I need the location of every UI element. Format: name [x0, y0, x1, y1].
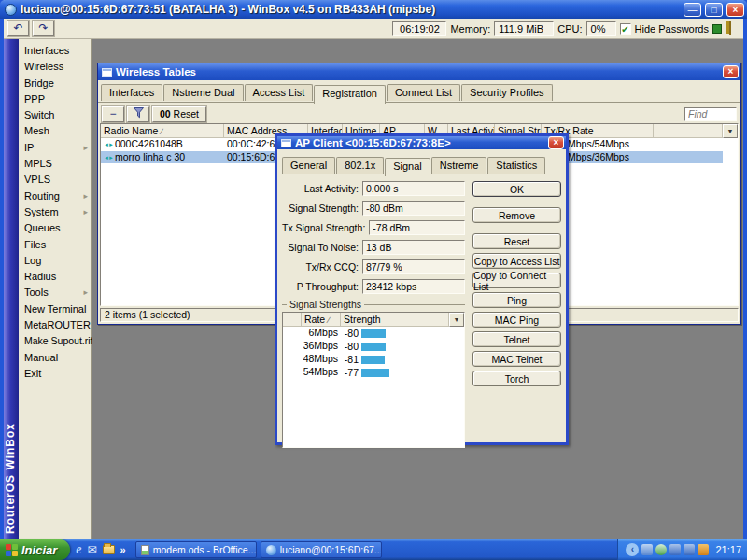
spreadsheet-icon	[141, 545, 149, 555]
window-icon	[102, 68, 112, 77]
sidebar-item-system[interactable]: System▸	[19, 204, 91, 220]
column-dropdown-icon[interactable]: ▼	[723, 124, 738, 138]
ok-button[interactable]: OK	[472, 181, 561, 197]
window-icon	[281, 139, 291, 147]
ap-client-dialog: AP Client <00:15:6D:67:73:8E> × General8…	[275, 133, 569, 445]
ss-col-strength[interactable]: Strength	[341, 313, 449, 327]
connection-status-icon	[712, 24, 722, 34]
cpu-value: 0%	[586, 21, 616, 36]
taskbar-clock: 21:17	[715, 544, 741, 555]
start-button-label: Iniciar	[21, 543, 57, 557]
windows-logo-icon	[6, 544, 18, 556]
ss-row[interactable]: 36Mbps-80	[283, 340, 464, 353]
find-input[interactable]	[684, 107, 737, 121]
mac-ping-button[interactable]: MAC Ping	[472, 312, 561, 328]
folder-icon[interactable]	[103, 545, 115, 554]
tab-security-profiles[interactable]: Security Profiles	[461, 84, 552, 101]
signal-fields: Last Activity:0.000 s Signal Strength:-8…	[282, 181, 465, 448]
sidebar-item-files[interactable]: Files	[19, 237, 91, 253]
minimize-button[interactable]: —	[684, 3, 701, 17]
submenu-arrow-icon: ▸	[83, 285, 88, 301]
secure-lock-icon	[726, 22, 738, 35]
wireless-tables-titlebar[interactable]: Wireless Tables ×	[98, 63, 740, 80]
ping-button[interactable]: Ping	[472, 292, 561, 308]
top-toolbar: ↶ ↷ 06:19:02 Memory: 111.9 MiB CPU: 0% ✔…	[4, 19, 743, 39]
ss-row[interactable]: 54Mbps-77	[283, 366, 464, 379]
sidebar-item-vpls[interactable]: VPLS	[19, 172, 91, 188]
memory-value: 111.9 MiB	[494, 21, 554, 36]
tab-interfaces[interactable]: Interfaces	[101, 84, 162, 101]
routeros-winbox-brand: RouterOS WinBox	[4, 423, 19, 534]
tab-signal[interactable]: Signal	[385, 158, 430, 176]
sidebar-item-wireless[interactable]: Wireless	[19, 59, 91, 75]
tray-collapse-icon[interactable]: ‹	[626, 543, 639, 556]
tray-security-icon[interactable]	[698, 544, 709, 555]
sidebar-item-tools[interactable]: Tools▸	[19, 285, 91, 301]
sidebar-item-routing[interactable]: Routing▸	[19, 189, 91, 204]
remove-entry-button[interactable]: −	[102, 106, 124, 122]
signal-strengths-table: Rate∕ Strength ▼ 6Mbps-80 36Mbps-80 48Mb…	[282, 312, 465, 448]
signal-bar	[361, 356, 385, 364]
wireless-tables-close-button[interactable]: ×	[723, 65, 739, 78]
task-broffice[interactable]: modem.ods - BrOffice...	[135, 541, 257, 558]
memory-label: Memory:	[450, 23, 490, 35]
tab-nstreme-dual[interactable]: Nstreme Dual	[163, 84, 243, 101]
hide-passwords-checkbox[interactable]: ✔	[620, 23, 631, 35]
tray-window-icon[interactable]	[641, 544, 653, 555]
ap-client-titlebar[interactable]: AP Client <00:15:6D:67:73:8E> ×	[277, 136, 566, 149]
sidebar-item-switch[interactable]: Switch	[19, 107, 91, 123]
tab-nstreme[interactable]: Nstreme	[431, 157, 487, 174]
sidebar-item-bridge[interactable]: Bridge	[19, 76, 91, 91]
mac-telnet-button[interactable]: MAC Telnet	[472, 351, 561, 367]
start-button[interactable]: Iniciar	[0, 539, 70, 560]
ss-row[interactable]: 48Mbps-81	[283, 353, 464, 366]
sidebar-item-ip[interactable]: IP▸	[19, 140, 91, 156]
sidebar-item-interfaces[interactable]: Interfaces	[19, 43, 91, 59]
ss-col-rate[interactable]: Rate∕	[302, 313, 341, 327]
col-radio-name[interactable]: Radio Name∕	[101, 124, 224, 138]
ss-row[interactable]: 6Mbps-80	[283, 327, 464, 340]
task-winbox[interactable]: luciano@00:15:6D:67...	[261, 541, 382, 558]
sidebar-item-mpls[interactable]: MPLS	[19, 156, 91, 172]
sidebar-item-make-supout[interactable]: Make Supout.rif	[19, 333, 91, 349]
redo-button[interactable]: ↷	[33, 21, 54, 36]
col-filler	[654, 124, 723, 138]
system-tray: ‹ 21:17	[617, 539, 747, 560]
telnet-button[interactable]: Telnet	[472, 331, 561, 347]
sidebar-item-new-terminal[interactable]: New Terminal	[19, 301, 91, 317]
tray-network-icon[interactable]	[655, 544, 667, 555]
sidebar-item-exit[interactable]: Exit	[19, 366, 91, 382]
maximize-button[interactable]: □	[705, 3, 723, 17]
quick-launch-more-icon[interactable]: »	[120, 544, 126, 555]
sidebar-item-ppp[interactable]: PPP	[19, 91, 91, 107]
sidebar-item-mesh[interactable]: Mesh	[19, 123, 91, 139]
tray-computer-icon[interactable]	[684, 544, 695, 555]
remove-button[interactable]: Remove	[472, 207, 561, 223]
internet-explorer-icon[interactable]: e	[76, 542, 81, 557]
torch-button[interactable]: Torch	[472, 371, 561, 386]
undo-button[interactable]: ↶	[7, 21, 29, 36]
tab-access-list[interactable]: Access List	[245, 84, 314, 101]
sidebar-item-queues[interactable]: Queues	[19, 220, 91, 236]
reset-button[interactable]: Reset	[472, 233, 561, 249]
main-titlebar[interactable]: luciano@00:15:6D:67:73:51 (BATALHA 3) - …	[0, 0, 747, 19]
copy-to-access-list-button[interactable]: Copy to Access List	[472, 253, 561, 269]
sidebar-item-manual[interactable]: Manual	[19, 350, 91, 366]
tab-statistics[interactable]: Statistics	[487, 157, 545, 174]
close-button[interactable]: ×	[726, 3, 744, 17]
sidebar-item-log[interactable]: Log	[19, 253, 91, 269]
uptime-clock: 06:19:02	[392, 21, 446, 36]
sidebar-item-metarouter[interactable]: MetaROUTER	[19, 317, 91, 333]
mail-icon[interactable]: ✉	[88, 543, 97, 556]
tab-registration[interactable]: Registration	[314, 85, 386, 104]
tab-general[interactable]: General	[282, 157, 335, 174]
copy-to-connect-list-button[interactable]: Copy to Connect List	[472, 273, 561, 288]
ap-client-close-button[interactable]: ×	[548, 136, 564, 149]
tab-8021x[interactable]: 802.1x	[336, 157, 384, 174]
ss-column-dropdown-icon[interactable]: ▼	[449, 313, 464, 327]
reset-counters-button[interactable]: 00 Reset	[152, 106, 206, 122]
filter-icon[interactable]	[127, 106, 149, 122]
sidebar-item-radius[interactable]: Radius	[19, 269, 91, 285]
tray-computer-icon[interactable]	[669, 544, 681, 555]
tab-connect-list[interactable]: Connect List	[387, 84, 460, 101]
